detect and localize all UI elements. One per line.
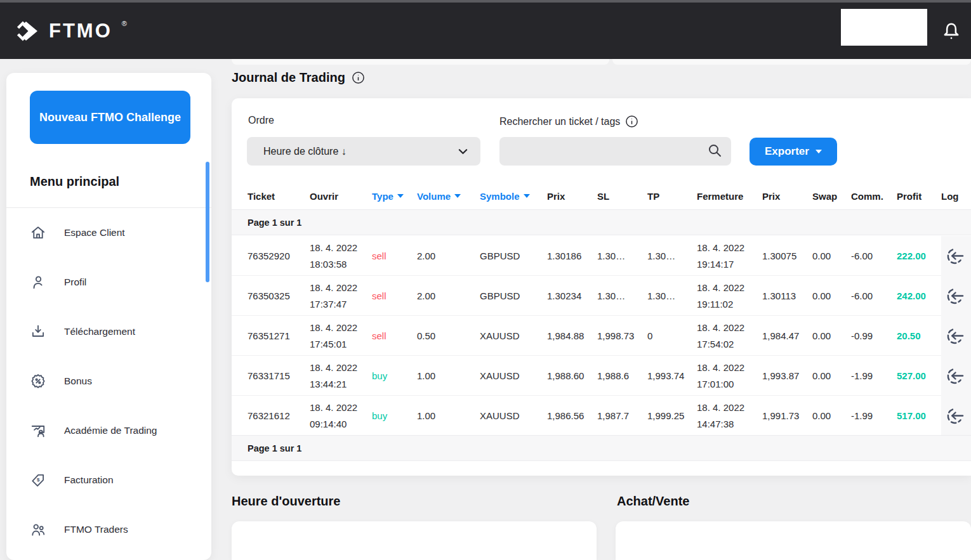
cell-log	[941, 356, 971, 396]
sidebar-item-label: Espace Client	[64, 227, 125, 238]
search-label: Rechercher un ticket / tags	[499, 115, 638, 128]
notification-bell-icon[interactable]	[941, 20, 962, 42]
people-icon	[30, 521, 46, 538]
cell-commission: -1.99	[851, 370, 897, 381]
log-replay-icon[interactable]	[945, 366, 965, 386]
caret-down-icon	[816, 150, 822, 153]
cell-open-price: 1,984.88	[547, 330, 597, 341]
sidebar-item-bonus[interactable]: Bonus	[6, 356, 211, 406]
col-type-sortable[interactable]: Type	[372, 191, 417, 202]
cell-profit: 527.00	[897, 370, 941, 381]
order-sort-select[interactable]: Heure de clôture ↓	[247, 137, 480, 166]
cell-log	[941, 276, 971, 316]
cell-profit: 20.50	[897, 330, 941, 341]
pagination-bottom: Page 1 sur 1	[232, 435, 971, 461]
log-replay-icon[interactable]	[945, 326, 965, 346]
caret-down-icon	[397, 194, 404, 198]
caret-down-icon	[454, 194, 461, 198]
sidebar-item-label: Profil	[64, 277, 86, 288]
cell-sl: 1,998.73	[597, 330, 647, 341]
new-challenge-button[interactable]: Nouveau FTMO Challenge	[30, 91, 190, 144]
caret-down-icon	[524, 194, 530, 198]
cell-sl: 1,988.6	[597, 370, 647, 381]
page-title: Journal de Trading	[232, 70, 365, 85]
cell-commission: -1.99	[851, 410, 897, 421]
billing-tag-icon: $	[30, 472, 46, 488]
section-title-open-hours: Heure d'ouverture	[232, 494, 340, 509]
cell-open-price: 1,988.60	[547, 370, 597, 381]
buy-sell-card	[616, 521, 971, 560]
cell-type: buy	[372, 370, 417, 381]
cell-symbol: XAUUSD	[480, 370, 547, 381]
cell-sl: 1,987.7	[597, 410, 647, 421]
table-row: 76350325 18. 4. 202217:37:47 sell 2.00 G…	[232, 276, 971, 316]
cell-log	[941, 396, 971, 436]
user-icon	[30, 274, 46, 290]
cell-swap: 0.00	[812, 290, 851, 301]
col-symbole-sortable[interactable]: Symbole	[480, 191, 547, 202]
sidebar-item-espace-client[interactable]: Espace Client	[6, 208, 211, 257]
cell-open-datetime: 18. 4. 202217:37:47	[310, 280, 372, 312]
cell-log	[941, 316, 971, 356]
cell-close-price: 1,991.73	[762, 410, 812, 421]
sidebar-item-facturation[interactable]: $ Facturation	[6, 455, 211, 505]
cell-close-datetime: 18. 4. 202219:11:02	[697, 280, 762, 312]
col-fermeture: Fermeture	[697, 191, 762, 202]
cell-symbol: GBPUSD	[480, 290, 547, 301]
sidebar-item-label: FTMO Traders	[64, 524, 128, 535]
cell-type: sell	[372, 290, 417, 301]
col-prix-open: Prix	[547, 191, 597, 202]
cell-open-datetime: 18. 4. 202213:44:21	[310, 360, 372, 392]
sidebar-item-label: Académie de Trading	[64, 425, 157, 436]
search-icon[interactable]	[707, 143, 722, 160]
col-profit: Profit	[897, 191, 941, 202]
cell-open-price: 1,986.56	[547, 410, 597, 421]
cell-symbol: GBPUSD	[480, 251, 547, 261]
cell-log	[941, 236, 971, 276]
export-button[interactable]: Exporter	[750, 138, 837, 166]
col-log: Log	[941, 191, 971, 202]
table-body: 76352920 18. 4. 202218:03:58 sell 2.00 G…	[232, 236, 971, 436]
sidebar-scrollbar[interactable]	[206, 162, 209, 282]
page-title-text: Journal de Trading	[232, 70, 345, 85]
log-replay-icon[interactable]	[945, 286, 965, 306]
table-row: 76321612 18. 4. 202209:14:40 buy 1.00 XA…	[232, 396, 971, 436]
ticket-search-input[interactable]	[499, 137, 707, 166]
sidebar-item-academie[interactable]: Académie de Trading	[6, 406, 211, 455]
download-icon	[30, 323, 46, 340]
ticket-search	[499, 137, 731, 166]
col-comm: Comm.	[851, 191, 897, 202]
cell-commission: -6.00	[851, 290, 897, 301]
sidebar-item-ftmo-traders[interactable]: FTMO Traders	[6, 505, 211, 554]
cell-volume: 1.00	[417, 410, 480, 421]
log-replay-icon[interactable]	[945, 406, 965, 426]
sidebar-item-telechargement[interactable]: Téléchargement	[6, 307, 211, 356]
cell-commission: -6.00	[851, 251, 897, 261]
cell-type: buy	[372, 410, 417, 421]
card-bottom-sliver	[612, 59, 971, 65]
cell-open-price: 1.30186	[547, 251, 597, 261]
cell-profit: 222.00	[897, 251, 941, 261]
info-icon[interactable]	[625, 115, 638, 128]
sidebar-item-label: Facturation	[64, 474, 114, 486]
cell-tp: 1,999.25	[647, 410, 697, 421]
sidebar-item-profil[interactable]: Profil	[6, 257, 211, 307]
col-volume-sortable[interactable]: Volume	[417, 191, 480, 202]
cell-swap: 0.00	[812, 251, 851, 261]
cell-ticket: 76352920	[248, 251, 310, 261]
cell-open-datetime: 18. 4. 202209:14:40	[310, 400, 372, 432]
cell-tp: 1.30…	[647, 251, 697, 261]
registered-mark: ®	[122, 20, 127, 27]
info-icon[interactable]	[352, 71, 365, 84]
section-title-buy-sell: Achat/Vente	[617, 494, 689, 509]
cell-swap: 0.00	[812, 330, 851, 341]
log-replay-icon[interactable]	[945, 246, 965, 266]
cell-open-datetime: 18. 4. 202218:03:58	[310, 240, 372, 272]
pagination-top: Page 1 sur 1	[232, 209, 971, 235]
card-bottom-sliver	[232, 59, 609, 65]
cell-open-datetime: 18. 4. 202217:45:01	[310, 320, 372, 352]
cell-close-datetime: 18. 4. 202219:14:17	[697, 240, 762, 272]
cell-volume: 2.00	[417, 290, 480, 301]
cell-type: sell	[372, 330, 417, 341]
cell-profit: 517.00	[897, 410, 941, 421]
